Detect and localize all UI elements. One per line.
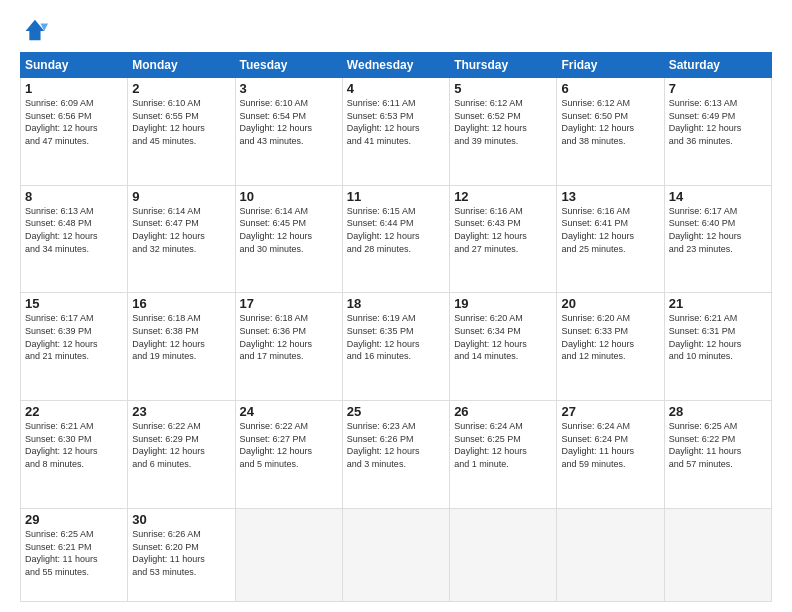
day-info: Sunrise: 6:23 AM Sunset: 6:26 PM Dayligh… xyxy=(347,420,445,470)
page-header xyxy=(20,16,772,44)
weekday-header-sunday: Sunday xyxy=(21,53,128,78)
day-number: 3 xyxy=(240,81,338,96)
day-number: 30 xyxy=(132,512,230,527)
day-number: 28 xyxy=(669,404,767,419)
day-info: Sunrise: 6:19 AM Sunset: 6:35 PM Dayligh… xyxy=(347,312,445,362)
day-number: 8 xyxy=(25,189,123,204)
weekday-header-thursday: Thursday xyxy=(450,53,557,78)
day-number: 1 xyxy=(25,81,123,96)
day-number: 17 xyxy=(240,296,338,311)
day-info: Sunrise: 6:16 AM Sunset: 6:41 PM Dayligh… xyxy=(561,205,659,255)
calendar-day-cell: 16Sunrise: 6:18 AM Sunset: 6:38 PM Dayli… xyxy=(128,293,235,401)
calendar-day-cell: 12Sunrise: 6:16 AM Sunset: 6:43 PM Dayli… xyxy=(450,185,557,293)
day-info: Sunrise: 6:26 AM Sunset: 6:20 PM Dayligh… xyxy=(132,528,230,578)
calendar-day-cell: 26Sunrise: 6:24 AM Sunset: 6:25 PM Dayli… xyxy=(450,401,557,509)
empty-cell xyxy=(664,508,771,601)
day-number: 14 xyxy=(669,189,767,204)
empty-cell xyxy=(557,508,664,601)
day-info: Sunrise: 6:17 AM Sunset: 6:40 PM Dayligh… xyxy=(669,205,767,255)
calendar-day-cell: 23Sunrise: 6:22 AM Sunset: 6:29 PM Dayli… xyxy=(128,401,235,509)
day-info: Sunrise: 6:12 AM Sunset: 6:52 PM Dayligh… xyxy=(454,97,552,147)
day-info: Sunrise: 6:24 AM Sunset: 6:24 PM Dayligh… xyxy=(561,420,659,470)
weekday-header-friday: Friday xyxy=(557,53,664,78)
day-number: 12 xyxy=(454,189,552,204)
day-info: Sunrise: 6:21 AM Sunset: 6:30 PM Dayligh… xyxy=(25,420,123,470)
calendar-day-cell: 25Sunrise: 6:23 AM Sunset: 6:26 PM Dayli… xyxy=(342,401,449,509)
day-number: 4 xyxy=(347,81,445,96)
weekday-header-wednesday: Wednesday xyxy=(342,53,449,78)
day-number: 2 xyxy=(132,81,230,96)
day-info: Sunrise: 6:22 AM Sunset: 6:29 PM Dayligh… xyxy=(132,420,230,470)
weekday-header-row: SundayMondayTuesdayWednesdayThursdayFrid… xyxy=(21,53,772,78)
day-number: 18 xyxy=(347,296,445,311)
calendar-week-row: 8Sunrise: 6:13 AM Sunset: 6:48 PM Daylig… xyxy=(21,185,772,293)
calendar-day-cell: 3Sunrise: 6:10 AM Sunset: 6:54 PM Daylig… xyxy=(235,78,342,186)
calendar-day-cell: 20Sunrise: 6:20 AM Sunset: 6:33 PM Dayli… xyxy=(557,293,664,401)
day-number: 19 xyxy=(454,296,552,311)
day-number: 27 xyxy=(561,404,659,419)
calendar-week-row: 22Sunrise: 6:21 AM Sunset: 6:30 PM Dayli… xyxy=(21,401,772,509)
calendar-day-cell: 30Sunrise: 6:26 AM Sunset: 6:20 PM Dayli… xyxy=(128,508,235,601)
day-info: Sunrise: 6:16 AM Sunset: 6:43 PM Dayligh… xyxy=(454,205,552,255)
day-number: 23 xyxy=(132,404,230,419)
calendar-week-row: 29Sunrise: 6:25 AM Sunset: 6:21 PM Dayli… xyxy=(21,508,772,601)
day-info: Sunrise: 6:12 AM Sunset: 6:50 PM Dayligh… xyxy=(561,97,659,147)
day-info: Sunrise: 6:21 AM Sunset: 6:31 PM Dayligh… xyxy=(669,312,767,362)
day-number: 9 xyxy=(132,189,230,204)
logo-icon xyxy=(20,16,48,44)
day-number: 25 xyxy=(347,404,445,419)
day-number: 29 xyxy=(25,512,123,527)
day-info: Sunrise: 6:18 AM Sunset: 6:36 PM Dayligh… xyxy=(240,312,338,362)
calendar-day-cell: 2Sunrise: 6:10 AM Sunset: 6:55 PM Daylig… xyxy=(128,78,235,186)
day-info: Sunrise: 6:18 AM Sunset: 6:38 PM Dayligh… xyxy=(132,312,230,362)
calendar-day-cell: 4Sunrise: 6:11 AM Sunset: 6:53 PM Daylig… xyxy=(342,78,449,186)
day-info: Sunrise: 6:24 AM Sunset: 6:25 PM Dayligh… xyxy=(454,420,552,470)
day-info: Sunrise: 6:14 AM Sunset: 6:45 PM Dayligh… xyxy=(240,205,338,255)
day-info: Sunrise: 6:17 AM Sunset: 6:39 PM Dayligh… xyxy=(25,312,123,362)
day-number: 21 xyxy=(669,296,767,311)
calendar-day-cell: 19Sunrise: 6:20 AM Sunset: 6:34 PM Dayli… xyxy=(450,293,557,401)
calendar-day-cell: 8Sunrise: 6:13 AM Sunset: 6:48 PM Daylig… xyxy=(21,185,128,293)
day-info: Sunrise: 6:15 AM Sunset: 6:44 PM Dayligh… xyxy=(347,205,445,255)
day-number: 13 xyxy=(561,189,659,204)
calendar-day-cell: 29Sunrise: 6:25 AM Sunset: 6:21 PM Dayli… xyxy=(21,508,128,601)
day-info: Sunrise: 6:22 AM Sunset: 6:27 PM Dayligh… xyxy=(240,420,338,470)
day-number: 26 xyxy=(454,404,552,419)
day-info: Sunrise: 6:13 AM Sunset: 6:48 PM Dayligh… xyxy=(25,205,123,255)
calendar-day-cell: 15Sunrise: 6:17 AM Sunset: 6:39 PM Dayli… xyxy=(21,293,128,401)
calendar-day-cell: 5Sunrise: 6:12 AM Sunset: 6:52 PM Daylig… xyxy=(450,78,557,186)
empty-cell xyxy=(342,508,449,601)
day-info: Sunrise: 6:25 AM Sunset: 6:22 PM Dayligh… xyxy=(669,420,767,470)
day-info: Sunrise: 6:09 AM Sunset: 6:56 PM Dayligh… xyxy=(25,97,123,147)
calendar-day-cell: 24Sunrise: 6:22 AM Sunset: 6:27 PM Dayli… xyxy=(235,401,342,509)
day-number: 16 xyxy=(132,296,230,311)
day-info: Sunrise: 6:10 AM Sunset: 6:54 PM Dayligh… xyxy=(240,97,338,147)
day-info: Sunrise: 6:14 AM Sunset: 6:47 PM Dayligh… xyxy=(132,205,230,255)
day-info: Sunrise: 6:11 AM Sunset: 6:53 PM Dayligh… xyxy=(347,97,445,147)
day-number: 5 xyxy=(454,81,552,96)
day-number: 6 xyxy=(561,81,659,96)
day-number: 10 xyxy=(240,189,338,204)
empty-cell xyxy=(235,508,342,601)
day-number: 11 xyxy=(347,189,445,204)
calendar-day-cell: 14Sunrise: 6:17 AM Sunset: 6:40 PM Dayli… xyxy=(664,185,771,293)
calendar-day-cell: 1Sunrise: 6:09 AM Sunset: 6:56 PM Daylig… xyxy=(21,78,128,186)
calendar-day-cell: 21Sunrise: 6:21 AM Sunset: 6:31 PM Dayli… xyxy=(664,293,771,401)
day-number: 24 xyxy=(240,404,338,419)
svg-marker-0 xyxy=(26,20,45,41)
calendar-day-cell: 22Sunrise: 6:21 AM Sunset: 6:30 PM Dayli… xyxy=(21,401,128,509)
logo xyxy=(20,16,52,44)
weekday-header-tuesday: Tuesday xyxy=(235,53,342,78)
calendar-day-cell: 27Sunrise: 6:24 AM Sunset: 6:24 PM Dayli… xyxy=(557,401,664,509)
weekday-header-saturday: Saturday xyxy=(664,53,771,78)
calendar-week-row: 1Sunrise: 6:09 AM Sunset: 6:56 PM Daylig… xyxy=(21,78,772,186)
calendar-day-cell: 17Sunrise: 6:18 AM Sunset: 6:36 PM Dayli… xyxy=(235,293,342,401)
day-info: Sunrise: 6:20 AM Sunset: 6:33 PM Dayligh… xyxy=(561,312,659,362)
day-number: 20 xyxy=(561,296,659,311)
empty-cell xyxy=(450,508,557,601)
calendar-day-cell: 18Sunrise: 6:19 AM Sunset: 6:35 PM Dayli… xyxy=(342,293,449,401)
weekday-header-monday: Monday xyxy=(128,53,235,78)
calendar-day-cell: 6Sunrise: 6:12 AM Sunset: 6:50 PM Daylig… xyxy=(557,78,664,186)
calendar-page: SundayMondayTuesdayWednesdayThursdayFrid… xyxy=(0,0,792,612)
calendar-day-cell: 28Sunrise: 6:25 AM Sunset: 6:22 PM Dayli… xyxy=(664,401,771,509)
